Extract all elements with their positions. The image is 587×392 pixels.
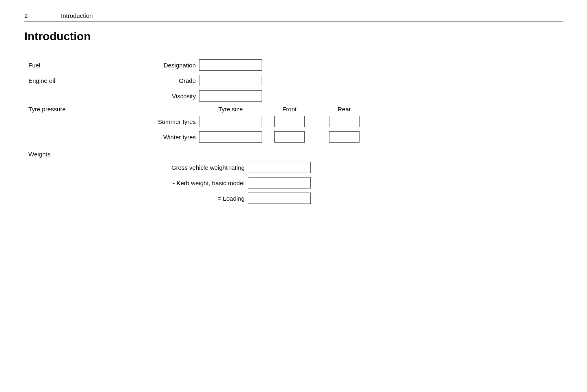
weights-label: Weights xyxy=(28,151,50,158)
fuel-label: Fuel xyxy=(28,62,110,69)
gross-vehicle-weight-row: Gross vehicle weight rating xyxy=(110,162,563,173)
engine-oil-group: Engine oil Grade Viscosity xyxy=(28,75,563,102)
viscosity-input[interactable] xyxy=(199,90,262,102)
summer-tyres-label: Summer tyres xyxy=(110,118,199,125)
gross-vehicle-weight-input[interactable] xyxy=(248,162,311,173)
header-title: Introduction xyxy=(61,12,93,19)
loading-row: = Loading xyxy=(110,193,563,204)
page-number: 2 xyxy=(24,12,37,19)
front-header: Front xyxy=(274,106,305,113)
summer-front-input[interactable] xyxy=(274,116,305,127)
designation-label: Designation xyxy=(110,62,199,69)
page: 2 Introduction Introduction Fuel Designa… xyxy=(0,0,587,232)
winter-front-input[interactable] xyxy=(274,131,305,143)
loading-label: = Loading xyxy=(110,195,248,202)
winter-tyre-size-input[interactable] xyxy=(199,131,262,143)
winter-tyres-label: Winter tyres xyxy=(110,134,199,141)
grade-label: Grade xyxy=(110,77,199,84)
tyre-pressure-label: Tyre pressure xyxy=(28,106,110,113)
designation-input[interactable] xyxy=(199,59,262,71)
summer-tyre-size-input[interactable] xyxy=(199,116,262,127)
engine-oil-label: Engine oil xyxy=(28,77,110,84)
summer-rear-input[interactable] xyxy=(329,116,360,127)
section-title: Introduction xyxy=(24,30,563,43)
gross-vehicle-weight-label: Gross vehicle weight rating xyxy=(110,164,248,171)
header-bar: 2 Introduction xyxy=(24,12,563,22)
fuel-group: Fuel Designation xyxy=(28,59,563,71)
tyre-size-header: Tyre size xyxy=(199,106,262,113)
content-area: Fuel Designation Engine oil Grade Viscos… xyxy=(24,59,563,204)
winter-rear-input[interactable] xyxy=(329,131,360,143)
rear-header: Rear xyxy=(329,106,360,113)
grade-input[interactable] xyxy=(199,75,262,86)
weights-section: Weights Gross vehicle weight rating - Ke… xyxy=(28,151,563,204)
kerb-weight-input[interactable] xyxy=(248,177,311,188)
kerb-weight-label: - Kerb weight, basic model xyxy=(110,180,248,186)
loading-input[interactable] xyxy=(248,193,311,204)
viscosity-label: Viscosity xyxy=(110,93,199,100)
kerb-weight-row: - Kerb weight, basic model xyxy=(110,177,563,188)
tyre-pressure-section: Tyre pressure Tyre size Front Rear Summe… xyxy=(28,106,563,143)
